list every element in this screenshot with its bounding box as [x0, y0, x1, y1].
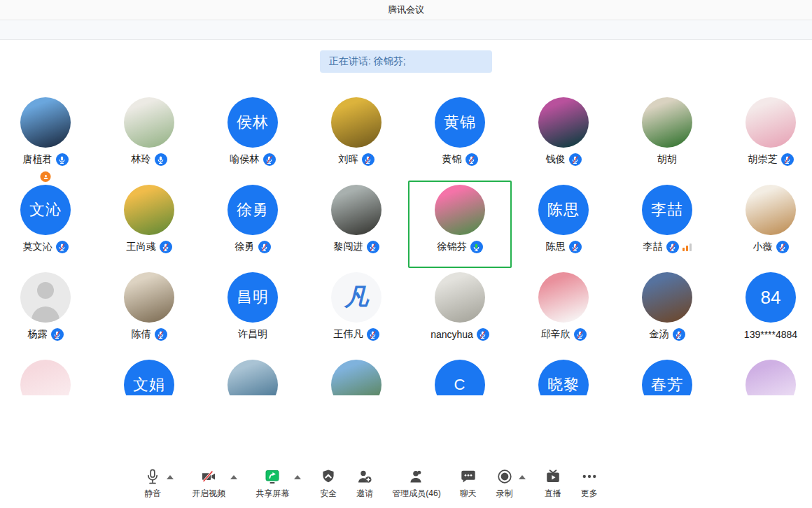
live-icon — [544, 467, 562, 486]
participant-cell[interactable]: C — [408, 355, 512, 395]
participant-name: 喻侯林 — [230, 153, 260, 166]
avatar: 晓黎 — [538, 360, 589, 395]
avatar: 陈思 — [538, 185, 589, 235]
participant-name: 莫文沁 — [23, 241, 52, 253]
participant-name-row: 徐勇 — [235, 240, 271, 254]
avatar: 84 — [746, 272, 796, 323]
host-badge-icon — [41, 171, 51, 182]
invite-button[interactable]: 邀请 — [356, 467, 374, 500]
participant-cell[interactable]: 陈倩 — [97, 268, 201, 355]
toolbar-label: 直播 — [545, 488, 561, 500]
participant-cell[interactable]: 唐植君 — [0, 93, 97, 181]
caret-up-icon[interactable] — [167, 475, 174, 479]
toolbar-label: 邀请 — [356, 488, 373, 500]
participant-cell[interactable]: 黄锦 黄锦 — [408, 93, 512, 181]
participant-cell[interactable]: 春芳 — [615, 355, 719, 395]
people-icon — [407, 467, 426, 486]
participant-cell[interactable]: 林玲 — [97, 93, 201, 181]
avatar — [124, 97, 174, 148]
participant-cell[interactable]: 小薇 — [719, 181, 812, 268]
live-button[interactable]: 直播 — [544, 467, 562, 500]
participant-cell[interactable]: 胡胡 — [615, 93, 719, 181]
participant-cell[interactable]: 晓黎 — [512, 355, 615, 395]
more-button[interactable]: 更多 — [580, 467, 598, 500]
avatar: 文沁 — [20, 185, 71, 235]
mic-icon — [144, 467, 162, 486]
record-button[interactable]: 录制 — [496, 467, 514, 500]
participant-cell[interactable]: 徐勇 徐勇 — [201, 181, 304, 268]
participant-name: 黎闯进 — [334, 241, 363, 253]
mic-muted-icon — [781, 153, 794, 166]
avatar — [331, 185, 382, 235]
participant-cell[interactable]: 侯林 喻侯林 — [201, 93, 304, 181]
participant-cell[interactable]: 刘晖 — [304, 93, 408, 181]
participant-cell[interactable] — [304, 355, 408, 395]
toolbar-group: 录制 — [496, 467, 526, 500]
avatar — [124, 272, 174, 323]
participant-name: 林玲 — [132, 153, 151, 166]
participant-name: 徐勇 — [235, 241, 255, 253]
participant-cell[interactable]: 金汤 — [615, 268, 719, 355]
participant-cell[interactable]: 黎闯进 — [304, 181, 408, 268]
toolbar-label: 开启视频 — [192, 488, 225, 500]
avatar — [642, 272, 692, 323]
avatar: 凡 — [331, 272, 382, 323]
participant-cell[interactable]: 杨露 — [0, 268, 97, 355]
participant-name: 唐植君 — [23, 153, 52, 166]
participant-cell[interactable] — [719, 355, 812, 395]
participant-name: 杨露 — [28, 328, 48, 341]
speaking-banner-text: 正在讲话: 徐锦芬; — [329, 55, 406, 68]
participant-cell[interactable] — [0, 355, 97, 395]
mic-icon — [470, 241, 483, 253]
mic-muted-icon — [465, 153, 478, 166]
participant-cell[interactable]: 84 139****4884 — [719, 268, 812, 355]
caret-up-icon[interactable] — [230, 475, 237, 479]
share-screen-button[interactable]: 共享屏幕 — [255, 467, 289, 500]
avatar — [746, 185, 796, 235]
mic-muted-icon — [569, 241, 582, 253]
participant-grid: 唐植君 林玲 — [0, 93, 812, 395]
avatar — [20, 97, 71, 148]
meeting-toolbar: 静音 开启视频 共享屏幕 安全 邀请 管理成员(46) — [0, 463, 742, 508]
participant-name: 李喆 — [643, 241, 663, 253]
chat-button[interactable]: 聊天 — [459, 467, 477, 500]
window-titlebar: 腾讯会议 — [0, 0, 812, 20]
mic-muted-icon — [51, 328, 64, 341]
participant-cell[interactable] — [201, 355, 304, 395]
participant-cell[interactable]: 胡崇芝 — [719, 93, 812, 181]
camera-button[interactable]: 开启视频 — [192, 467, 225, 500]
participant-name-row: 杨露 — [28, 327, 64, 341]
members-button[interactable]: 管理成员(46) — [392, 467, 440, 500]
participant-cell[interactable]: 陈思 陈思 — [512, 181, 615, 268]
participant-cell[interactable]: 徐锦芬 — [408, 181, 512, 268]
participant-name-row: 喻侯林 — [230, 153, 276, 167]
mic-muted-icon — [258, 241, 271, 253]
participant-cell[interactable]: 文沁 莫文沁 — [0, 181, 97, 268]
participant-cell[interactable]: 凡 王伟凡 — [304, 268, 408, 355]
avatar: 文娟 — [124, 360, 174, 395]
participant-name: 许昌明 — [238, 328, 267, 341]
participant-name: 钱俊 — [546, 153, 566, 166]
volume-signal-icon — [682, 243, 692, 251]
participant-cell[interactable]: 钱俊 — [512, 93, 615, 181]
avatar — [331, 97, 382, 148]
participant-name-row: 徐锦芬 — [438, 240, 483, 254]
participant-cell[interactable]: 邱辛欣 — [512, 268, 615, 355]
participant-cell[interactable]: 文娟 — [97, 355, 201, 395]
participant-name: 徐锦芬 — [438, 241, 467, 253]
mic-muted-icon — [155, 328, 167, 341]
participant-cell[interactable]: 昌明 许昌明 — [201, 268, 304, 355]
participant-cell[interactable]: 王尚彧 — [97, 181, 201, 268]
caret-up-icon[interactable] — [294, 475, 301, 479]
mic-muted-icon — [367, 328, 379, 341]
avatar: 侯林 — [227, 97, 278, 148]
chat-icon — [459, 467, 477, 486]
avatar: C — [435, 360, 485, 395]
participant-name-row: 胡崇芝 — [748, 153, 794, 167]
security-button[interactable]: 安全 — [319, 467, 337, 500]
more-icon — [580, 467, 598, 486]
participant-cell[interactable]: nancyhua — [408, 268, 512, 355]
mute-button[interactable]: 静音 — [144, 467, 162, 500]
caret-up-icon[interactable] — [519, 475, 526, 479]
participant-cell[interactable]: 李喆 李喆 — [615, 181, 719, 268]
